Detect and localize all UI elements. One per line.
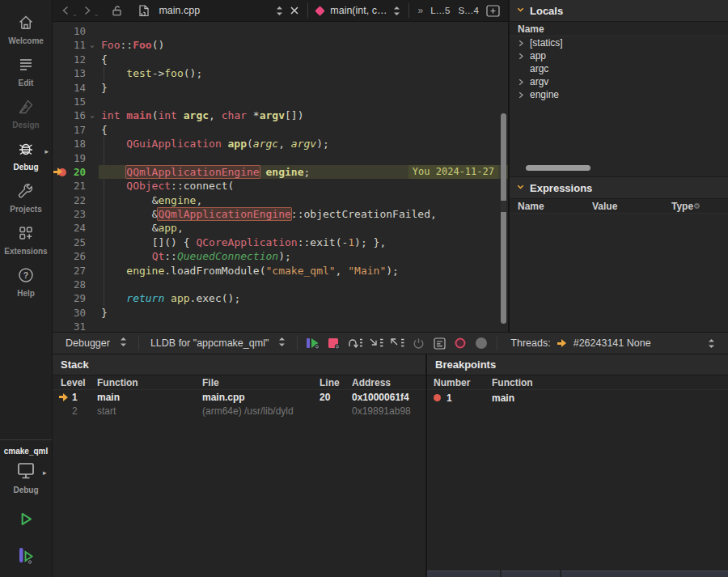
stack-frame-row[interactable]: 2start(arm64e) /usr/lib/dyld0x19891ab98 xyxy=(53,404,425,418)
threads-updown-icon[interactable] xyxy=(700,333,722,353)
gutter-marker-area[interactable] xyxy=(53,249,68,263)
gutter-marker-area[interactable] xyxy=(53,108,68,122)
run-button[interactable] xyxy=(15,509,36,532)
sidebar-item-help[interactable]: ? Help xyxy=(0,261,52,303)
kit-selector-button[interactable]: Debug ▸ xyxy=(13,460,38,494)
code-line-10[interactable]: 10 xyxy=(53,24,508,38)
code-line-17[interactable]: 17{ xyxy=(53,123,508,137)
line-number[interactable]: 17 xyxy=(68,123,86,137)
gutter-marker-area[interactable] xyxy=(53,81,68,95)
line-number[interactable]: 31 xyxy=(68,320,86,332)
record-circle-icon[interactable] xyxy=(450,333,471,353)
expander-chevron-icon[interactable] xyxy=(518,91,530,99)
breakpoint-marker[interactable] xyxy=(53,165,68,179)
source-view-icon[interactable] xyxy=(429,333,450,353)
step-into-icon[interactable] xyxy=(366,333,387,353)
breakpoint-row[interactable]: 1main xyxy=(427,390,728,405)
line-number[interactable]: 24 xyxy=(68,221,86,235)
step-over-icon[interactable] xyxy=(345,333,366,353)
code-line-25[interactable]: 25 []() { QCoreApplication::exit(-1); }, xyxy=(53,235,508,249)
debugger-perspective-select[interactable]: Debugger xyxy=(59,333,133,354)
gutter-marker-area[interactable] xyxy=(53,264,68,278)
breakpoints-title[interactable]: Breakpoints xyxy=(427,354,728,375)
code-line-20[interactable]: 20 QQmlApplicationEngine engine;You 2024… xyxy=(53,165,508,179)
code-line-14[interactable]: 14} xyxy=(53,81,508,95)
line-number[interactable]: 14 xyxy=(68,81,86,95)
code-line-28[interactable]: 28 xyxy=(53,278,508,291)
gutter-marker-area[interactable] xyxy=(53,306,68,320)
sidebar-item-extensions[interactable]: Extensions xyxy=(0,218,52,261)
expressions-column-header[interactable]: Name Value Type ⚙ xyxy=(510,199,728,214)
overflow-chevron[interactable]: » xyxy=(417,5,423,16)
line-number[interactable]: 30 xyxy=(68,306,86,320)
gutter-marker-area[interactable] xyxy=(53,123,68,137)
collapsed-tab[interactable] xyxy=(427,571,500,577)
step-out-icon[interactable] xyxy=(387,333,408,353)
code-line-16[interactable]: 16⌄int main(int argc, char *argv[]) xyxy=(53,108,508,122)
sidebar-item-projects[interactable]: Projects xyxy=(0,176,52,218)
open-file-name[interactable]: main.cpp xyxy=(159,5,200,16)
column-badge[interactable]: S…4 xyxy=(458,6,479,15)
gutter-marker-area[interactable] xyxy=(53,193,68,207)
expander-chevron-icon[interactable] xyxy=(518,40,530,47)
line-number[interactable]: 29 xyxy=(68,291,86,305)
code-line-19[interactable]: 19 xyxy=(53,151,508,165)
expressions-titlebar[interactable]: Expressions xyxy=(510,177,728,199)
line-number[interactable]: 21 xyxy=(68,179,86,193)
code-line-31[interactable]: 31 xyxy=(53,320,508,332)
file-dropdown-updown-icon[interactable] xyxy=(273,2,286,19)
debug-engine-select[interactable]: LLDB for "appcmake_qml" xyxy=(144,333,292,354)
code-line-30[interactable]: 30} xyxy=(53,306,508,320)
line-number[interactable]: 25 xyxy=(68,235,86,249)
scrollbar-thumb[interactable] xyxy=(526,165,590,171)
line-number[interactable]: 10 xyxy=(68,24,86,38)
collapsed-tab[interactable] xyxy=(502,571,560,577)
line-number[interactable]: 16 xyxy=(68,108,86,122)
unlock-icon[interactable] xyxy=(107,2,127,19)
gutter-marker-area[interactable] xyxy=(53,320,68,332)
fold-chevron-icon[interactable]: ⌄ xyxy=(86,108,99,122)
expander-chevron-icon[interactable] xyxy=(518,78,530,86)
sidebar-item-welcome[interactable]: Welcome xyxy=(0,8,52,50)
code-line-26[interactable]: 26 Qt::QueuedConnection); xyxy=(53,249,508,263)
gutter-marker-area[interactable] xyxy=(53,24,68,38)
nav-back-button[interactable] xyxy=(57,2,74,19)
gutter-marker-area[interactable] xyxy=(53,278,68,291)
symbol-dropdown-updown-icon[interactable] xyxy=(390,2,404,19)
line-number[interactable]: 20 xyxy=(68,165,86,179)
close-document-button[interactable] xyxy=(286,2,303,19)
line-number[interactable]: 15 xyxy=(68,95,86,108)
gutter-marker-area[interactable] xyxy=(53,95,68,108)
sidebar-item-debug[interactable]: Debug ▸ xyxy=(0,134,52,176)
breakpoints-column-header[interactable]: NumberFunction xyxy=(427,375,728,390)
scrollbar-thumb[interactable] xyxy=(501,113,506,324)
gutter-marker-area[interactable] xyxy=(53,235,68,249)
gear-icon[interactable]: ⚙ xyxy=(693,202,700,210)
line-number[interactable]: 13 xyxy=(68,66,86,80)
line-number[interactable]: 23 xyxy=(68,207,86,221)
locals-horizontal-scrollbar[interactable] xyxy=(510,164,728,172)
current-symbol-name[interactable]: main(int, c… xyxy=(330,5,387,16)
code-line-21[interactable]: 21 QObject::connect( xyxy=(53,179,508,193)
line-number[interactable]: 19 xyxy=(68,151,86,165)
locals-item-statics[interactable]: [statics] xyxy=(510,36,728,49)
start-debugging-button[interactable] xyxy=(15,545,36,571)
line-number[interactable]: 27 xyxy=(68,264,86,278)
locals-titlebar[interactable]: Locals xyxy=(510,0,728,22)
add-split-button[interactable] xyxy=(483,2,503,19)
mode-flyout-arrow-icon[interactable]: ▸ xyxy=(44,147,49,155)
code-line-11[interactable]: 11⌄Foo::Foo() xyxy=(53,38,508,52)
code-line-24[interactable]: 24 &app, xyxy=(53,221,508,235)
code-line-15[interactable]: 15 xyxy=(53,95,508,108)
collapsed-tab[interactable] xyxy=(561,571,728,577)
code-line-18[interactable]: 18 QGuiApplication app(argc, argv); xyxy=(53,137,508,151)
locals-item-app[interactable]: app xyxy=(510,49,728,62)
line-number[interactable]: 22 xyxy=(68,193,86,207)
line-number[interactable]: 28 xyxy=(68,278,86,291)
stop-debug-icon[interactable] xyxy=(324,333,345,353)
editor-vertical-scrollbar[interactable] xyxy=(500,22,507,332)
code-line-22[interactable]: 22 &engine, xyxy=(53,193,508,207)
line-number[interactable]: 12 xyxy=(68,53,86,66)
code-line-29[interactable]: 29 return app.exec(); xyxy=(53,291,508,305)
nav-forward-button[interactable] xyxy=(79,2,95,19)
